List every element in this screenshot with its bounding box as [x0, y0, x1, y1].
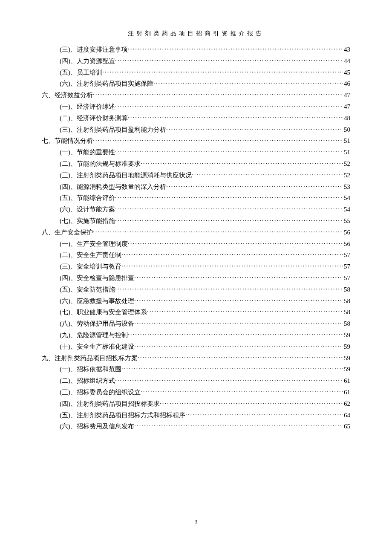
toc-leader-dots [121, 251, 343, 257]
toc-entry: (五)、安全防范措施58 [42, 285, 350, 293]
toc-entry: (七)、职业健康与安全管理体系58 [42, 308, 350, 315]
toc-entry: (三)、招标委员会的组织设立61 [42, 388, 350, 396]
toc-entry-page: 47 [343, 104, 350, 110]
toc-leader-dots [166, 182, 343, 189]
toc-leader-dots [121, 365, 343, 371]
toc-leader-dots [121, 262, 343, 269]
toc-leader-dots [115, 148, 343, 154]
toc-leader-dots [115, 376, 343, 383]
toc-entry-label: (一)、经济评价综述 [60, 104, 115, 110]
toc-entry: 九、注射剂类药品项目招投标方案59 [42, 354, 350, 361]
toc-leader-dots [141, 388, 343, 394]
toc-entry-label: (七)、职业健康与安全管理体系 [60, 309, 147, 315]
toc-entry-label: 六、经济效益分析 [42, 92, 93, 98]
toc-entry-label: (三)、安全培训与教育 [60, 263, 121, 270]
toc-entry: (二)、招标组织方式61 [42, 376, 350, 384]
toc-leader-dots [102, 68, 343, 75]
toc-entry-page: 64 [343, 412, 350, 419]
toc-entry-page: 52 [343, 172, 350, 179]
toc-entry: 六、经济效益分析47 [42, 91, 350, 98]
toc-leader-dots [134, 342, 343, 349]
toc-entry: (三)、安全培训与教育57 [42, 262, 350, 270]
toc-entry-label: 八、生产安全保护 [42, 229, 93, 236]
toc-entry-label: 九、注射剂类药品项目招投标方案 [42, 355, 138, 361]
toc-leader-dots [115, 217, 343, 223]
toc-entry-page: 47 [343, 92, 350, 98]
toc-entry-label: (四)、安全检查与隐患排查 [60, 275, 134, 281]
toc-entry-label: (六)、注射剂类药品项目实施保障 [60, 81, 153, 87]
toc-entry-page: 48 [343, 115, 350, 121]
toc-leader-dots [93, 136, 343, 143]
toc-entry-page: 59 [343, 332, 350, 338]
toc-entry-label: (十)、安全生产标准化建设 [60, 344, 134, 350]
toc-entry-page: 56 [343, 229, 350, 236]
toc-entry-label: (五)、注射剂类药品项目招标方式和招标程序 [60, 412, 185, 419]
toc-leader-dots [160, 399, 343, 406]
toc-entry-page: 52 [343, 161, 350, 167]
toc-entry-label: (二)、招标组织方式 [60, 378, 115, 384]
toc-entry: (一)、招标依据和范围59 [42, 365, 350, 373]
toc-entry-label: 七、节能情况分析 [42, 138, 93, 144]
toc-entry-label: (二)、经济评价财务测算 [60, 115, 128, 121]
toc-entry-page: 58 [343, 309, 350, 315]
toc-entry-page: 46 [343, 81, 350, 87]
document-page: 注射剂类药品项目招商引资推介报告 (三)、进度安排注意事项43(四)、人力资源配… [0, 0, 392, 555]
toc-entry: 七、节能情况分析51 [42, 136, 350, 144]
toc-leader-dots [93, 228, 343, 234]
toc-leader-dots [147, 308, 343, 314]
toc-leader-dots [115, 102, 343, 109]
toc-leader-dots [192, 171, 343, 177]
toc-entry-label: (七)、实施节能措施 [60, 218, 115, 224]
toc-entry-page: 57 [343, 263, 350, 270]
toc-entry-page: 61 [343, 389, 350, 396]
toc-entry: (一)、生产安全管理制度56 [42, 240, 350, 247]
toc-leader-dots [134, 319, 343, 326]
toc-entry-page: 57 [343, 275, 350, 281]
toc-leader-dots [128, 114, 343, 120]
toc-entry-label: (五)、安全防范措施 [60, 286, 115, 293]
toc-entry-label: (四)、注射剂类药品项目招投标要求 [60, 401, 160, 407]
toc-entry-page: 54 [343, 206, 350, 213]
page-number: 3 [0, 518, 392, 525]
toc-entry-page: 51 [343, 149, 350, 156]
toc-leader-dots [128, 240, 343, 246]
toc-leader-dots [141, 159, 343, 166]
toc-entry: (三)、注射剂类药品项目地能源消耗与供应状况52 [42, 171, 350, 179]
table-of-contents: (三)、进度安排注意事项43(四)、人力资源配置44(五)、员工培训45(六)、… [42, 45, 350, 430]
toc-leader-dots [166, 125, 343, 132]
toc-leader-dots [93, 91, 343, 97]
toc-entry-label: (五)、节能综合评价 [60, 195, 115, 201]
toc-entry: (九)、危险源管理与控制59 [42, 331, 350, 338]
toc-entry-label: (一)、生产安全管理制度 [60, 241, 128, 247]
toc-entry-page: 62 [343, 401, 350, 407]
toc-entry: (四)、人力资源配置44 [42, 57, 350, 64]
toc-entry-page: 61 [343, 378, 350, 384]
toc-entry-page: 59 [343, 355, 350, 361]
toc-entry: (四)、安全检查与隐患排查57 [42, 274, 350, 281]
toc-entry-label: (三)、注射剂类药品项目地能源消耗与供应状况 [60, 172, 192, 179]
toc-entry: (五)、员工培训45 [42, 68, 350, 76]
toc-leader-dots [138, 354, 343, 360]
toc-entry: (一)、节能的重要性51 [42, 148, 350, 156]
toc-entry: (三)、注射剂类药品项目盈利能力分析50 [42, 125, 350, 133]
toc-leader-dots [134, 297, 343, 303]
toc-entry: (三)、进度安排注意事项43 [42, 45, 350, 53]
toc-entry-page: 43 [343, 46, 350, 53]
toc-entry-label: (二)、节能的法规与标准要求 [60, 161, 141, 167]
toc-entry-page: 59 [343, 344, 350, 350]
toc-entry: (二)、节能的法规与标准要求52 [42, 159, 350, 167]
toc-entry-page: 55 [343, 218, 350, 224]
toc-entry: 八、生产安全保护56 [42, 228, 350, 236]
page-header-title: 注射剂类药品项目招商引资推介报告 [42, 30, 350, 38]
toc-entry-label: (一)、招标依据和范围 [60, 366, 121, 373]
toc-entry-label: (六)、招标费用及信息发布 [60, 423, 134, 430]
toc-entry: (六)、应急救援与事故处理58 [42, 297, 350, 304]
toc-entry: (五)、注射剂类药品项目招标方式和招标程序64 [42, 411, 350, 419]
toc-entry-page: 58 [343, 286, 350, 293]
toc-entry: (一)、经济评价综述47 [42, 102, 350, 110]
toc-entry: (二)、安全生产责任制57 [42, 251, 350, 258]
toc-leader-dots [128, 45, 343, 52]
toc-entry-label: (六)、设计节能方案 [60, 206, 115, 213]
toc-leader-dots [115, 194, 343, 200]
toc-entry: (六)、招标费用及信息发布65 [42, 422, 350, 430]
